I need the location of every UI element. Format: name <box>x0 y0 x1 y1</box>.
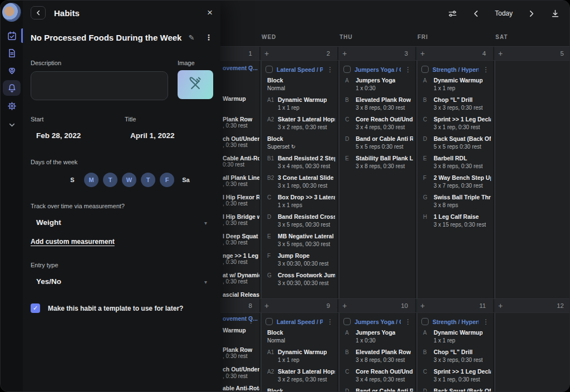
exercise-label: B1 <box>267 155 278 169</box>
habit-image-thumbnail[interactable] <box>178 70 213 99</box>
workout-menu-icon[interactable]: ⋮ <box>483 319 489 325</box>
clipped-exercise-text: , 0:30 rest <box>223 278 247 285</box>
user-avatar[interactable] <box>2 3 21 22</box>
workout-checkbox[interactable] <box>343 66 351 73</box>
workout-title[interactable]: Jumpers Yoga / Core <box>355 318 401 325</box>
workout-menu-icon[interactable]: ⋮ <box>327 319 333 325</box>
workout-card[interactable]: Jumpers Yoga / Core ⋮ A <box>338 313 415 391</box>
exercise-detail: 3 x 4 reps, 0:30 rest <box>356 124 413 130</box>
workout-title[interactable]: Lateral Speed / Plyo <box>277 318 323 325</box>
workout-menu-icon[interactable]: ⋮ <box>327 67 333 72</box>
next-week-chevron-icon[interactable] <box>526 8 537 19</box>
exercise-entry: G Swiss Ball Triple Threat 3 x 8 reps <box>416 194 493 208</box>
measurement-dropdown[interactable]: Weight ▾ <box>31 218 213 228</box>
add-workout-icon[interactable]: + <box>264 301 269 310</box>
download-icon[interactable] <box>550 8 561 19</box>
workout-title[interactable]: Lateral Speed / Plyo <box>277 66 323 73</box>
calendar-day-cell[interactable]: ⋮ Strength / Hypertro... ⋮ <box>415 313 493 391</box>
workout-checkbox[interactable] <box>421 318 429 325</box>
calendar-day-cell[interactable]: ⋮ Jumpers Yoga / Core ⋮ <box>337 61 415 298</box>
add-workout-icon[interactable]: + <box>420 49 425 58</box>
add-custom-measurement-link[interactable]: Add custom measurement <box>31 238 115 246</box>
add-workout-icon[interactable]: + <box>342 49 347 58</box>
workout-title[interactable]: Strength / Hypertro... <box>433 66 479 73</box>
sidebar-item-documents[interactable] <box>1 46 23 60</box>
today-button[interactable]: Today <box>495 9 513 17</box>
day-chip[interactable]: M <box>84 173 99 187</box>
start-date-value[interactable]: Feb 28, 2022 <box>31 131 125 140</box>
workout-checkbox[interactable] <box>266 66 273 73</box>
workout-card[interactable]: Strength / Hypertro... ⋮ A <box>416 61 493 228</box>
sidebar-item-wellness[interactable] <box>1 63 23 77</box>
sidebar-item-notifications[interactable] <box>1 80 23 96</box>
workout-menu-icon[interactable]: ⋮ <box>405 67 411 72</box>
clipped-exercise-text: , 0:30 rest <box>223 259 247 265</box>
day-chip[interactable]: W <box>122 173 136 187</box>
exercise-label: H <box>423 213 434 228</box>
heart-icon <box>7 65 17 76</box>
workout-title[interactable]: Jumpers Yoga / Core <box>355 66 401 73</box>
sidebar-expand-chevron[interactable] <box>1 117 23 132</box>
exercise-detail: Normal <box>267 85 285 91</box>
exercise-label: B <box>345 96 356 111</box>
day-header-row: WED THU FRI SAT <box>181 26 569 46</box>
close-icon[interactable]: × <box>207 8 213 17</box>
habit-menu-icon[interactable]: ⋮ <box>205 33 213 42</box>
template-checkbox-checked[interactable]: ✓ <box>31 303 40 313</box>
add-workout-icon[interactable]: + <box>420 301 425 310</box>
exercise-name: Dynamic Warmup <box>434 77 483 84</box>
exercise-detail: 3 x 2 reps, 0:30 rest <box>278 376 335 383</box>
entry-type-dropdown[interactable]: Yes/No ▾ <box>31 277 213 287</box>
exercise-name: Jumpers Yoga <box>356 329 395 336</box>
calendar-day-cell[interactable]: ⋮ ⋮ <box>493 313 569 391</box>
workout-card[interactable]: Lateral Speed / Plyo ⋮ <box>261 313 337 391</box>
sidebar-item-calendar[interactable] <box>1 28 23 43</box>
add-workout-icon[interactable]: + <box>264 49 269 58</box>
calendar-day-cell[interactable]: ⋮ Lateral Speed / Plyo ⋮ <box>259 313 337 391</box>
bell-icon <box>7 83 17 94</box>
workout-card[interactable]: Jumpers Yoga / Core ⋮ A <box>338 61 415 169</box>
day-chip[interactable]: S <box>65 173 80 187</box>
workout-checkbox[interactable] <box>421 66 429 73</box>
add-workout-icon[interactable]: + <box>342 301 347 310</box>
clipped-exercise-text: ascial Release C... <box>223 291 259 298</box>
calendar-day-cell[interactable]: ⋮ Jumpers Yoga / Core ⋮ <box>337 313 415 391</box>
calendar-day-cell[interactable]: ⋮ Lateral Speed / Plyo ⋮ <box>259 61 337 298</box>
clipped-exercise-text: able Anti-Rotati... <box>223 385 259 391</box>
exercise-entry: A2 Skater 3 Lateral Hops >> ... 3 x 2 re… <box>261 368 337 383</box>
sidebar-item-settings[interactable] <box>1 99 23 113</box>
date-cell-header: + 12 <box>493 299 570 312</box>
workout-checkbox[interactable] <box>266 318 273 325</box>
exercise-detail: 3 x 00:30, 00:30 rest <box>278 280 335 286</box>
clipped-exercise-text: Plank Row <box>223 116 252 122</box>
modal-title: Habits <box>54 8 80 18</box>
back-button[interactable] <box>31 6 46 19</box>
date-number: 1 <box>249 50 252 57</box>
calendar-day-cell[interactable]: ⋮ ⋮ <box>493 61 569 298</box>
workout-card[interactable]: Lateral Speed / Plyo ⋮ <box>261 61 337 286</box>
workout-checkbox[interactable] <box>343 318 351 325</box>
add-workout-icon[interactable]: + <box>498 49 503 58</box>
workout-menu-icon[interactable]: ⋮ <box>483 67 489 72</box>
description-input[interactable] <box>31 71 168 100</box>
end-title-label: Title <box>125 116 175 122</box>
exercise-entry: E MB Negative Lateral Hop... 3 x 5 reps,… <box>261 233 337 247</box>
workout-menu-icon[interactable]: ⋮ <box>405 319 411 325</box>
exercise-detail: Normal <box>267 337 285 344</box>
exercise-entry: E Barbell RDL 3 x 8 reps, 0:30 rest <box>416 155 493 169</box>
add-workout-icon[interactable]: + <box>498 301 503 310</box>
filter-sliders-icon[interactable] <box>447 8 458 19</box>
day-chip[interactable]: T <box>103 173 117 187</box>
workout-title[interactable]: Strength / Hypertro... <box>433 318 479 325</box>
edit-pencil-icon[interactable]: ✎ <box>188 33 194 42</box>
workout-card[interactable]: Strength / Hypertro... ⋮ A <box>416 313 493 391</box>
exercise-detail: 3 x 8 reps, 0:30 rest <box>356 105 411 111</box>
exercise-name: Band Resisted Crossover... <box>278 213 335 220</box>
exercise-label: A1 <box>267 349 278 363</box>
prev-week-chevron-icon[interactable] <box>471 8 481 19</box>
day-chip[interactable]: T <box>141 173 155 187</box>
end-date-value[interactable]: April 1, 2022 <box>125 131 175 140</box>
day-chip[interactable]: Sa <box>179 173 193 187</box>
day-chip[interactable]: F <box>160 173 174 187</box>
calendar-day-cell[interactable]: ⋮ Strength / Hypertro... ⋮ <box>415 61 493 298</box>
